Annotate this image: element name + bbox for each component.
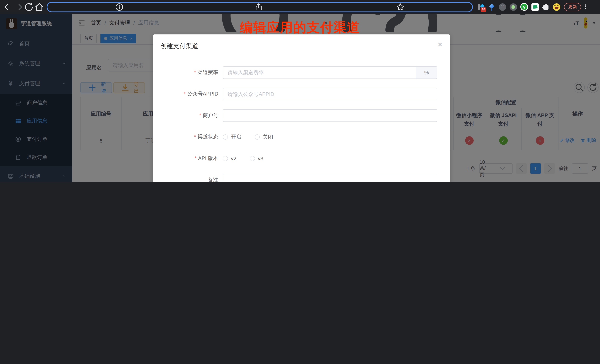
radio-circle-icon (255, 134, 260, 140)
rate-suffix: % (416, 66, 437, 79)
share-icon[interactable] (190, 2, 327, 11)
rate-label: 渠道费率 (153, 69, 223, 76)
dialog-form: 渠道费率 % 公众号APPID 商户号 渠道状态 (153, 66, 450, 182)
extensions-tray: 10 ⌘ y (477, 3, 560, 11)
radio-circle-icon (223, 156, 228, 161)
profile-avatar-icon[interactable] (553, 3, 560, 10)
merchant-id-label: 商户号 (153, 112, 223, 119)
browser-home-icon[interactable] (34, 2, 45, 12)
address-bar[interactable]: localhost:1024/pay/app (47, 2, 473, 12)
extension-dot-icon[interactable] (510, 3, 517, 10)
extension-kite-icon[interactable] (488, 3, 496, 10)
remark-input[interactable] (223, 174, 437, 182)
create-pay-channel-dialog: 创建支付渠道 ✕ 渠道费率 % 公众号APPID 商户号 (153, 35, 450, 182)
app-window: 芋道管理系统 首页 系统管理 ¥ 支付管理 商户信息 (0, 14, 600, 182)
site-info-icon[interactable] (51, 2, 188, 11)
browser-back-icon[interactable] (3, 2, 13, 12)
status-open-radio[interactable]: 开启 (223, 134, 241, 140)
api-version-label: API 版本 (153, 155, 223, 162)
radio-circle-icon (250, 156, 255, 161)
dialog-close-icon[interactable]: ✕ (438, 41, 442, 48)
channel-status-label: 渠道状态 (153, 134, 223, 140)
appid-label: 公众号APPID (153, 91, 223, 97)
annotation-text: 编辑应用的支付渠道 (0, 19, 600, 36)
dialog-title: 创建支付渠道 (160, 42, 198, 50)
browser-update-button[interactable]: 更新 (564, 3, 581, 11)
extension-command-icon[interactable]: ⌘ (499, 3, 506, 10)
extension-badge: 10 (481, 7, 486, 12)
api-v3-radio[interactable]: v3 (250, 155, 263, 162)
browser-reload-icon[interactable] (24, 2, 34, 12)
browser-toolbar: localhost:1024/pay/app 10 ⌘ y (0, 0, 600, 14)
api-v2-radio[interactable]: v2 (223, 155, 236, 162)
rate-input[interactable] (223, 66, 416, 79)
merchant-id-input[interactable] (223, 109, 437, 122)
extension-y-icon[interactable]: y (520, 3, 528, 11)
bookmark-star-icon[interactable] (332, 2, 469, 11)
remark-label: 备注 (153, 177, 223, 182)
extension-tabs-icon[interactable]: 10 (477, 3, 485, 10)
extensions-puzzle-icon[interactable] (542, 3, 550, 10)
extension-chat-icon[interactable] (531, 3, 539, 10)
radio-circle-icon (223, 134, 228, 140)
browser-forward-icon[interactable] (13, 2, 24, 12)
status-close-radio[interactable]: 关闭 (255, 134, 273, 140)
screenshot-root: localhost:1024/pay/app 10 ⌘ y (0, 0, 600, 182)
browser-menu-icon[interactable] (582, 3, 588, 10)
appid-input[interactable] (223, 88, 437, 100)
